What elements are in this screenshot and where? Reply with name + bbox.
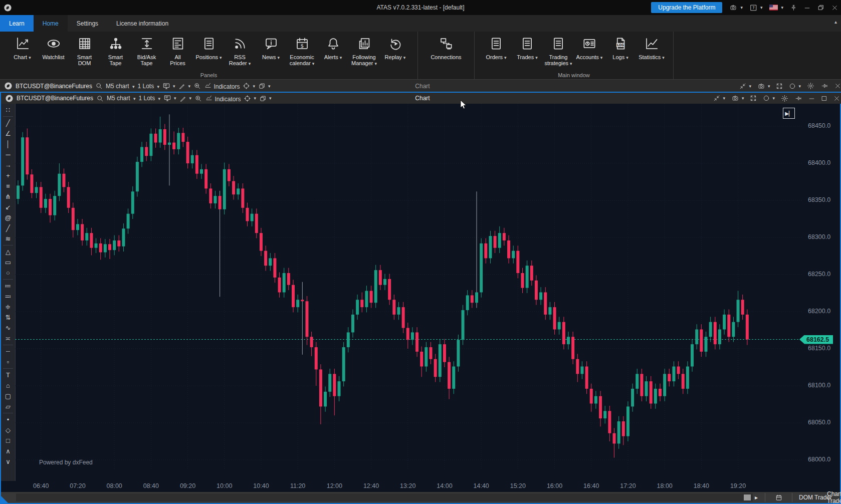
menu-tab-home[interactable]: Home xyxy=(34,15,68,32)
tool-trend-line[interactable]: ╱ xyxy=(2,118,14,128)
ribbon-item-bid-ask-tape[interactable]: Bid/Ask Tape xyxy=(131,35,162,66)
sync-group-button[interactable]: ▾ xyxy=(243,82,255,90)
collapse-window-button[interactable]: ▾ xyxy=(739,83,751,90)
symbol-label[interactable]: BTCUSDT@BinanceFutures xyxy=(17,95,93,102)
tool-square-marker[interactable]: □ xyxy=(2,435,14,446)
tool-price-label[interactable]: ▱ xyxy=(2,401,14,412)
ribbon-item-replay[interactable]: Replay▾ xyxy=(380,35,411,61)
price-axis[interactable]: 68162.5 68450.068400.068350.068300.06825… xyxy=(804,104,840,481)
upgrade-platform-button[interactable]: Upgrade the Platform xyxy=(651,2,722,13)
indicators-button[interactable]: Indicators xyxy=(204,82,240,90)
restore-button[interactable] xyxy=(817,4,824,11)
help-button[interactable]: ?▾ xyxy=(750,4,763,12)
time-axis[interactable]: 06:4007:2008:0008:4009:2010:0010:4011:20… xyxy=(15,481,839,492)
sync-group-button[interactable]: ▾ xyxy=(244,95,256,102)
tool-scroll-up[interactable]: ∧ xyxy=(2,446,14,456)
menu-tab-learn[interactable]: Learn xyxy=(0,15,34,32)
layout-templates-button[interactable]: ▾ xyxy=(259,95,272,102)
timeframe-selector[interactable]: M5 chart ▾ xyxy=(107,95,136,102)
ribbon-item-accounts[interactable]: Accounts▾ xyxy=(574,35,605,61)
ribbon-item-alerts[interactable]: Alerts▾ xyxy=(318,35,349,61)
tool-angle[interactable]: ∠ xyxy=(2,128,14,139)
lots-selector[interactable]: 1 Lots ▾ xyxy=(138,95,160,102)
collapse-window-button[interactable]: ▾ xyxy=(713,95,725,102)
ribbon-item-rss-reader[interactable]: RSS Reader▾ xyxy=(225,35,256,67)
tool-dot-marker[interactable]: • xyxy=(2,414,14,425)
tool-magnet[interactable]: @ xyxy=(2,212,14,223)
ribbon-item-following-manager[interactable]: Following Manager▾ xyxy=(349,35,380,67)
window-settings-button[interactable] xyxy=(781,95,788,102)
tool-ray[interactable]: → xyxy=(2,160,14,170)
expand-window-button[interactable] xyxy=(776,83,783,90)
display-mode-button[interactable]: ▾ xyxy=(162,82,175,90)
tool-diamond-marker[interactable]: ◇ xyxy=(2,425,14,435)
tool-drag-handle[interactable]: ∷ xyxy=(2,105,14,115)
sync-circle-button[interactable]: ▾ xyxy=(763,95,775,102)
horizontal-scrollbar[interactable] xyxy=(16,493,753,501)
timeframe-selector[interactable]: M5 chart ▾ xyxy=(106,83,135,90)
window-screenshot-button[interactable]: ▾ xyxy=(731,95,744,102)
language-button[interactable]: ▾ xyxy=(769,5,783,11)
tool-vertical-line[interactable]: │ xyxy=(2,139,14,149)
tool-cross-line[interactable]: + xyxy=(2,170,14,181)
tool-text[interactable]: T xyxy=(2,370,14,380)
minimize-window-button[interactable] xyxy=(808,95,815,102)
expand-window-button[interactable] xyxy=(750,95,757,102)
scroll-right-arrow-icon[interactable]: ▸ xyxy=(755,492,758,503)
pin-window-button[interactable] xyxy=(794,95,802,102)
close-window-button[interactable] xyxy=(834,83,841,89)
drawing-button[interactable]: ▾ xyxy=(178,82,191,90)
menu-tab-license-information[interactable]: License information xyxy=(107,15,177,32)
tool-volume-levels[interactable]: ⇅ xyxy=(2,312,14,323)
ribbon-item-all-prices[interactable]: All Prices xyxy=(162,35,193,66)
chart-trader-toggle[interactable]: Chart Trader xyxy=(827,492,841,503)
layout-templates-button[interactable]: ▾ xyxy=(258,82,271,90)
tool-ruler[interactable]: ≍ xyxy=(2,333,14,344)
tool-select-region[interactable]: ▫ xyxy=(2,357,14,367)
tool-fib-extension[interactable]: ≕ xyxy=(2,291,14,302)
maximize-window-button[interactable] xyxy=(821,95,827,102)
sync-circle-button[interactable]: ▾ xyxy=(789,83,801,90)
ribbon-item-trading-strategies[interactable]: Trading strategies▾ xyxy=(543,35,574,67)
display-mode-button[interactable]: ▾ xyxy=(163,94,176,102)
scrollbar-thumb[interactable] xyxy=(744,494,751,500)
close-button[interactable] xyxy=(831,5,838,11)
lots-selector[interactable]: 1 Lots ▾ xyxy=(137,83,159,90)
chart-window-docked-header[interactable]: BTCUSDT@BinanceFutures M5 chart ▾ 1 Lots… xyxy=(0,79,841,92)
ribbon-item-watchlist[interactable]: Watchlist xyxy=(38,35,69,60)
symbol-search-button[interactable] xyxy=(95,82,103,90)
tool-callout[interactable]: ⌂ xyxy=(2,380,14,391)
collapse-ribbon-chevron[interactable]: ▴ xyxy=(834,19,837,25)
screenshot-button[interactable]: ▾ xyxy=(729,4,743,11)
tool-triangle[interactable]: △ xyxy=(2,246,14,257)
tool-arrow-marker[interactable]: ↙ xyxy=(2,202,14,212)
window-settings-button[interactable] xyxy=(807,82,814,90)
tool-horizontal-line[interactable]: ─ xyxy=(2,149,14,160)
tool-pitchfork[interactable]: ⋔ xyxy=(2,191,14,202)
tool-zigzag[interactable]: ∿ xyxy=(2,323,14,333)
symbol-search-button[interactable] xyxy=(96,95,104,102)
ribbon-item-smart-dom[interactable]: Smart DOM xyxy=(69,35,100,66)
pin-window-button[interactable] xyxy=(820,83,828,89)
symbol-label[interactable]: BTCUSDT@BinanceFutures xyxy=(16,83,92,90)
sessions-calendar-icon[interactable] xyxy=(775,492,783,503)
minimize-button[interactable] xyxy=(804,5,810,11)
tool-label-rect[interactable]: ▢ xyxy=(2,391,14,401)
ribbon-item-orders[interactable]: Orders▾ xyxy=(481,35,512,61)
menu-tab-settings[interactable]: Settings xyxy=(68,15,107,32)
goto-latest-button[interactable]: ▶▏ xyxy=(783,108,795,119)
ribbon-item-connections[interactable]: Connections xyxy=(431,35,462,60)
ribbon-item-smart-tape[interactable]: Smart Tape xyxy=(100,35,131,66)
indicators-button[interactable]: Indicators xyxy=(205,94,241,103)
close-window-button[interactable] xyxy=(833,95,840,102)
pin-window-button[interactable] xyxy=(790,4,797,12)
chart-canvas[interactable]: Powered by dxFeed ▶▏ xyxy=(15,104,804,470)
chart-window-header[interactable]: BTCUSDT@BinanceFutures M5 chart ▾ 1 Lots… xyxy=(1,93,841,104)
window-screenshot-button[interactable]: ▾ xyxy=(757,83,770,90)
drawing-button[interactable]: ▾ xyxy=(179,95,192,102)
ribbon-item-economic-calendar[interactable]: $Economic calendar▾ xyxy=(287,35,318,67)
ribbon-item-logs[interactable]: LOGLogs▾ xyxy=(605,35,636,61)
tool-ellipse[interactable]: ○ xyxy=(2,268,14,278)
ribbon-item-trades[interactable]: Trades▾ xyxy=(512,35,543,61)
tool-select-dotted[interactable]: ┄ xyxy=(2,346,14,357)
